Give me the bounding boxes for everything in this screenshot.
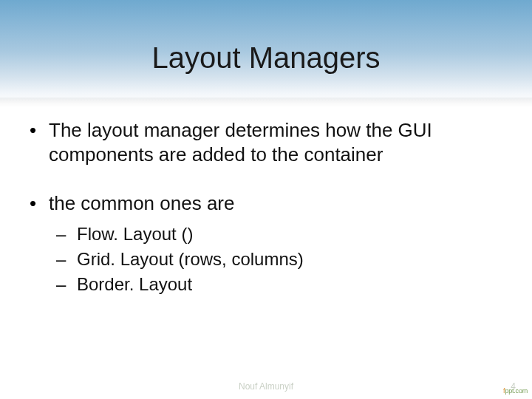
footer-author: Nouf Almunyif [0,381,532,392]
sub-list: Flow. Layout () Grid. Layout (rows, colu… [49,223,502,296]
sub-list-item: Grid. Layout (rows, columns) [56,248,502,270]
sub-bullet-text: Grid. Layout (rows, columns) [77,249,304,269]
bullet-list: The layout manager determines how the GU… [30,118,502,296]
sub-bullet-text: Flow. Layout () [77,224,193,244]
sub-bullet-text: Border. Layout [77,274,192,294]
bullet-text: The layout manager determines how the GU… [49,119,432,166]
bullet-text: the common ones are [49,192,234,214]
sub-list-item: Flow. Layout () [56,223,502,245]
sub-list-item: Border. Layout [56,273,502,296]
slide: Layout Managers The layout manager deter… [0,0,532,399]
brand-watermark: fppt.com [503,387,528,395]
list-item: the common ones are Flow. Layout () Grid… [30,191,502,296]
slide-content: The layout manager determines how the GU… [30,118,502,321]
slide-title: Layout Managers [0,41,532,75]
list-item: The layout manager determines how the GU… [30,118,502,166]
brand-text: ppt.com [505,387,528,395]
